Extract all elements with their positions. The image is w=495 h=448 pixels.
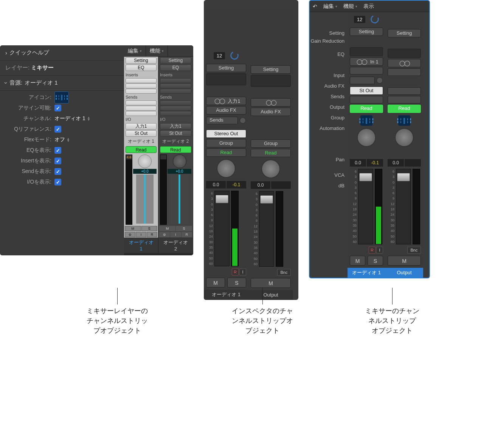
- input-button[interactable]: ◯◯: [251, 98, 291, 107]
- strip-label[interactable]: オーディオ 2: [158, 238, 193, 253]
- view-menu[interactable]: 表示: [360, 1, 377, 12]
- solo-button[interactable]: S: [368, 256, 383, 266]
- mini-strip-1[interactable]: Setting EQ Inserts Sends I/O 入力1 St Out …: [124, 57, 158, 253]
- stereo-button[interactable]: ⊚: [159, 232, 170, 237]
- func-menu[interactable]: 機能▾: [340, 1, 360, 12]
- record-button[interactable]: R: [182, 232, 192, 237]
- show-insert-checkbox[interactable]: [54, 158, 61, 164]
- mixer-strip-output[interactable]: Setting ◯◯ Read ╏╎║╎╏ 0.0 63036912182430…: [385, 12, 423, 278]
- automation-read-button[interactable]: Read: [350, 105, 383, 113]
- input-monitor-button[interactable]: I: [376, 247, 383, 253]
- send-slot[interactable]: [126, 106, 157, 111]
- quick-help-header[interactable]: › クイックヘルプ: [0, 45, 124, 60]
- strip-footer-label[interactable]: Output: [385, 268, 423, 278]
- setting-button[interactable]: Setting: [388, 29, 421, 37]
- mute-button[interactable]: M: [206, 278, 225, 287]
- send-slot[interactable]: [126, 100, 157, 105]
- sends-slot[interactable]: [350, 77, 375, 84]
- function-menu[interactable]: 機能▾: [146, 45, 168, 56]
- pan-knob[interactable]: [217, 159, 236, 178]
- send-slot[interactable]: [126, 111, 157, 116]
- qref-checkbox[interactable]: [54, 126, 61, 133]
- record-enable-button[interactable]: R: [369, 247, 376, 253]
- show-send-checkbox[interactable]: [54, 168, 61, 175]
- pan-knob[interactable]: [395, 128, 414, 147]
- send-slot[interactable]: [160, 106, 191, 111]
- track-icon[interactable]: ╏╎║╎╏: [398, 115, 410, 126]
- eq-button[interactable]: EQ: [160, 65, 191, 71]
- read-button[interactable]: Read: [160, 146, 191, 153]
- input-button[interactable]: 入力1: [160, 123, 191, 130]
- eq-button[interactable]: EQ: [126, 65, 157, 71]
- eq-display[interactable]: [206, 73, 246, 85]
- send-slot[interactable]: [160, 100, 191, 105]
- audiofx-button[interactable]: Audio FX: [206, 106, 246, 114]
- output-button[interactable]: Stereo Out: [206, 130, 246, 138]
- fader[interactable]: [259, 191, 274, 267]
- audiofx-slot[interactable]: [350, 67, 383, 74]
- output-button[interactable]: St Out: [126, 130, 157, 137]
- setting-button[interactable]: Setting: [350, 28, 383, 36]
- fader-cap[interactable]: [216, 195, 228, 203]
- show-io-checkbox[interactable]: [54, 179, 61, 185]
- pan-knob[interactable]: [261, 159, 280, 178]
- eq-display[interactable]: [251, 75, 291, 87]
- stereo-button[interactable]: ⊚: [125, 232, 135, 237]
- group-slot[interactable]: [350, 96, 383, 104]
- fader[interactable]: [358, 169, 373, 244]
- input-button[interactable]: ◯◯ In 1: [350, 57, 383, 66]
- setting-button[interactable]: Setting: [251, 65, 291, 74]
- send-slot[interactable]: [160, 111, 191, 116]
- channel-dropdown[interactable]: オーディオ 1▴▾: [54, 115, 90, 122]
- input-monitor-button[interactable]: I: [239, 269, 246, 275]
- setting-button[interactable]: Setting: [206, 64, 246, 72]
- strip-footer-label[interactable]: オーディオ 1: [348, 268, 385, 278]
- automation-read-button[interactable]: Read: [251, 149, 291, 157]
- input-monitor-button[interactable]: I: [136, 232, 146, 237]
- insert-slot[interactable]: [160, 89, 191, 94]
- input-button[interactable]: ◯◯: [388, 59, 421, 67]
- eq-display[interactable]: [388, 49, 421, 58]
- group-slot[interactable]: [388, 96, 421, 104]
- output-button[interactable]: St Out: [160, 130, 191, 137]
- bounce-button[interactable]: Bnc: [277, 269, 291, 276]
- inspector-strip-output[interactable]: Setting ◯◯ Audio FX Group Read 0.0 63036…: [248, 8, 293, 300]
- track-icon[interactable]: ╏╎║╎╏: [360, 115, 372, 126]
- fader[interactable]: [171, 175, 188, 224]
- strip-label[interactable]: オーディオ 1: [124, 238, 158, 253]
- bounce-button[interactable]: Bnc: [407, 247, 421, 253]
- automation-read-button[interactable]: Read: [206, 148, 246, 157]
- group-button[interactable]: Group: [206, 139, 246, 147]
- input-monitor-button[interactable]: I: [170, 232, 181, 237]
- sends-button[interactable]: Sends: [206, 117, 238, 124]
- mute-button[interactable]: M: [251, 278, 291, 288]
- solo-button[interactable]: S: [141, 226, 158, 231]
- edit-menu[interactable]: 編集▾: [124, 45, 146, 56]
- setting-button[interactable]: Setting: [126, 57, 157, 64]
- eq-display[interactable]: [350, 47, 383, 56]
- show-eq-checkbox[interactable]: [54, 147, 61, 154]
- edit-menu[interactable]: 編集▾: [320, 1, 340, 12]
- mute-button[interactable]: M: [388, 256, 421, 266]
- fader-cap[interactable]: [397, 173, 410, 181]
- fader-cap[interactable]: [359, 173, 372, 181]
- mute-button[interactable]: M: [125, 226, 141, 231]
- assign-checkbox[interactable]: [54, 105, 61, 111]
- insert-slot[interactable]: [160, 78, 191, 83]
- insert-slot[interactable]: [126, 83, 157, 88]
- pan-knob[interactable]: [357, 128, 376, 147]
- record-enable-button[interactable]: R: [232, 269, 239, 275]
- input-button[interactable]: ◯◯ 入力1: [206, 97, 246, 105]
- mute-button[interactable]: M: [159, 226, 175, 231]
- insert-slot[interactable]: [126, 78, 157, 83]
- fader[interactable]: [396, 169, 411, 244]
- strip-footer-label[interactable]: オーディオ 1: [204, 290, 248, 300]
- mixer-strip-audio1[interactable]: 12 Setting ◯◯ In 1 St Out Read ╏╎║╎╏ 0.0…: [348, 12, 385, 278]
- value-chip[interactable]: 12: [214, 52, 225, 59]
- output-slot[interactable]: [388, 87, 421, 95]
- mini-strip-2[interactable]: Setting EQ Inserts Sends I/O 入力1 St Out …: [158, 57, 193, 253]
- mute-button[interactable]: M: [350, 256, 365, 266]
- sends-knob[interactable]: [376, 77, 383, 84]
- insert-slot[interactable]: [126, 89, 157, 94]
- pan-knob[interactable]: [138, 154, 152, 168]
